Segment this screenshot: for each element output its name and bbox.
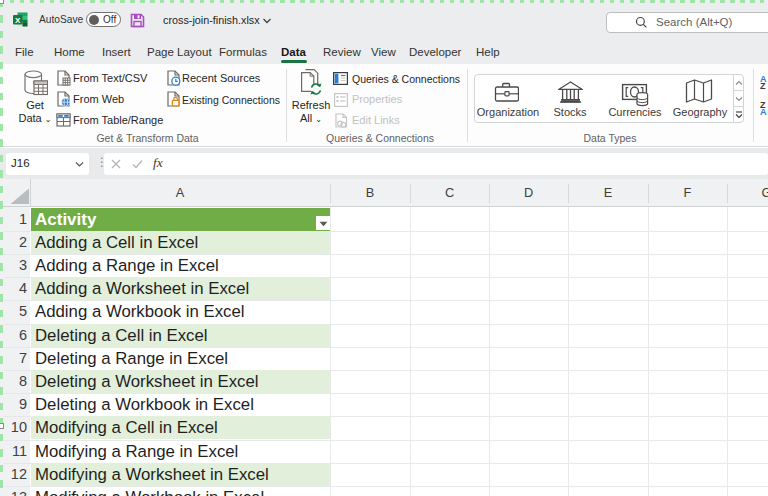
svg-text:X: X [15, 16, 21, 25]
